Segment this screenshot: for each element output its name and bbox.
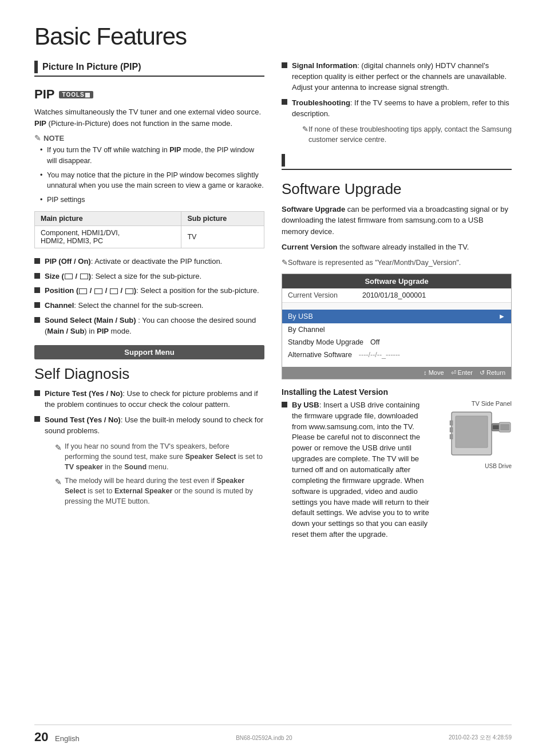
sw-box-spacer: [282, 303, 511, 310]
sw-menu-by-channel[interactable]: By Channel: [282, 323, 511, 336]
right-column: Signal Information: (digital channels on…: [282, 61, 512, 546]
pencil-icon: ✎: [302, 124, 308, 134]
sw-box-title: Software Upgrade: [282, 274, 511, 288]
footer-language: English: [55, 734, 80, 743]
bullet-pip-on-off: PIP (Off / On): Activate or deactivate t…: [34, 256, 264, 267]
pip-table-cell-sub: TV: [181, 225, 264, 248]
bullet-channel: Channel: Select the channel for the sub-…: [34, 300, 264, 311]
bullet-position: Position ( / / / ): Select a position fo…: [34, 286, 264, 296]
bullet-troubleshooting: Troubleshooting: If the TV seems to have…: [282, 97, 512, 148]
install-heading: Installing the Latest Version: [282, 387, 512, 397]
sub-note-text: The melody will be heard during the test…: [65, 476, 264, 506]
tv-diagram: TV Side Panel: [437, 400, 512, 546]
bullet-text: Picture Test (Yes / No): Use to check fo…: [45, 389, 264, 410]
note-item-3: PIP settings: [40, 195, 264, 205]
bullet-text: Channel: Select the channel for the sub-…: [45, 300, 203, 311]
sound-test-text: Sound Test (Yes / No): Use the built-in …: [45, 414, 264, 437]
sound-test-block: Sound Test (Yes / No): Use the built-in …: [45, 414, 264, 510]
pip-label: PIP: [34, 87, 54, 102]
page: Basic Features Picture In Picture (PIP) …: [0, 0, 546, 756]
bullet-square: [34, 258, 40, 264]
install-text: By USB: Insert a USB drive containing th…: [282, 400, 432, 546]
sw-menu-alt-value: ----/--/--_------: [359, 351, 400, 359]
bullet-square: [34, 317, 40, 323]
table-row: Component, HDMI1/DVI,HDMI2, HDMI3, PC TV: [35, 225, 264, 248]
troubleshooting-block: Troubleshooting: If the TV seems to have…: [292, 97, 512, 148]
pip-section-header: Picture In Picture (PIP): [34, 61, 264, 77]
pip-section-title: Picture In Picture (PIP): [42, 62, 141, 72]
pip-table-cell-main: Component, HDMI1/DVI,HDMI2, HDMI3, PC: [35, 225, 181, 248]
note-list: If you turn the TV off while watching in…: [34, 145, 264, 205]
sw-nav-enter: ⏎ Enter: [451, 369, 473, 377]
sw-nav-return: ↺ Return: [480, 369, 505, 377]
two-col-layout: Picture In Picture (PIP) PIP TOOLS▩ Watc…: [34, 61, 512, 546]
by-usb-text: By USB: Insert a USB drive containing th…: [292, 400, 432, 540]
bullet-square: [282, 62, 287, 68]
tools-badge: TOOLS▩: [59, 91, 93, 98]
note-item-2: You may notice that the picture in the P…: [40, 170, 264, 192]
note-item-1: If you turn the TV off while watching in…: [40, 145, 264, 167]
left-column: Picture In Picture (PIP) PIP TOOLS▩ Watc…: [34, 61, 264, 546]
pip-heading: PIP TOOLS▩: [34, 87, 264, 102]
svg-rect-1: [456, 416, 488, 448]
sw-current-value: 2010/01/18_000001: [362, 291, 426, 299]
svg-rect-2: [450, 421, 453, 425]
troubleshooting-note-text: If none of these troubleshooting tips ap…: [308, 124, 512, 145]
footer-left: 20 English: [34, 730, 80, 745]
svg-rect-3: [450, 428, 453, 432]
install-section: By USB: Insert a USB drive containing th…: [282, 400, 512, 546]
bullet-text: Sound Select (Main / Sub) : You can choo…: [45, 315, 264, 337]
sw-menu-standby-value: Off: [370, 338, 379, 346]
pencil-icon: ✎: [282, 258, 288, 268]
support-menu-label: Support Menu: [124, 348, 174, 357]
sw-menu-standby-label: Standby Mode Upgrade: [288, 338, 363, 346]
bullet-picture-test: Picture Test (Yes / No): Use to check fo…: [34, 389, 264, 410]
sw-section-header: [282, 154, 512, 170]
bullet-square: [34, 273, 40, 279]
sw-current-version-text: Current Version the software already ins…: [282, 242, 512, 253]
bullet-square: [34, 287, 40, 293]
footer-right: 2010-02-23 오전 4:28:59: [449, 733, 512, 742]
bullet-by-usb: By USB: Insert a USB drive containing th…: [282, 400, 432, 540]
note-label: ✎ NOTE: [34, 133, 264, 143]
page-title: Basic Features: [34, 23, 512, 50]
troubleshooting-note: ✎ If none of these troubleshooting tips …: [302, 124, 512, 145]
sw-current-label: Current Version: [288, 291, 362, 299]
pip-table: Main picture Sub picture Component, HDMI…: [34, 211, 264, 248]
sub-note-2: ✎ The melody will be heard during the te…: [55, 476, 264, 506]
sw-menu-alt[interactable]: Alternative Software ----/--/--_------: [282, 349, 511, 361]
sub-note-text: If you hear no sound from the TV's speak…: [65, 441, 264, 472]
troubleshooting-text: Troubleshooting: If the TV seems to have…: [292, 97, 512, 120]
sub-note-1: ✎ If you hear no sound from the TV's spe…: [55, 441, 264, 472]
bullet-size: Size ( / ): Select a size for the sub-pi…: [34, 271, 264, 282]
bullet-square: [282, 402, 287, 407]
install-bullet-list: By USB: Insert a USB drive containing th…: [282, 400, 432, 540]
bullet-square: [34, 390, 40, 396]
arrow-right-icon: ►: [498, 312, 505, 320]
svg-rect-8: [500, 424, 509, 430]
sw-upgrade-box: Software Upgrade Current Version 2010/01…: [282, 274, 512, 379]
bullet-text: Position ( / / / ): Select a position fo…: [45, 286, 259, 296]
sw-current-version-row: Current Version 2010/01/18_000001: [282, 288, 511, 303]
self-diagnosis-heading: Self Diagnosis: [34, 365, 264, 383]
tools-label: TOOLS: [62, 92, 84, 98]
bullet-square: [282, 99, 287, 105]
pip-bullet-list: PIP (Off / On): Activate or deactivate t…: [34, 256, 264, 337]
footer: 20 English BN68-02592A.indb 20 2010-02-2…: [34, 725, 512, 745]
footer-page-number: 20: [34, 730, 48, 744]
tv-panel-svg: [449, 409, 512, 461]
right-bullet-list-top: Signal Information: (digital channels on…: [282, 61, 512, 148]
pip-description: Watches simultaneously the TV tuner and …: [34, 106, 264, 129]
bullet-text: PIP (Off / On): Activate or deactivate t…: [45, 256, 222, 267]
support-menu-bar: Support Menu: [34, 345, 264, 359]
note-heading: NOTE: [43, 134, 64, 143]
sw-note-text: Software is represented as "Year/Month/D…: [288, 258, 461, 268]
sw-menu-standby[interactable]: Standby Mode Upgrade Off: [282, 336, 511, 349]
sw-menu-by-usb[interactable]: By USB ►: [282, 310, 511, 323]
bullet-sound-test: Sound Test (Yes / No): Use the built-in …: [34, 414, 264, 510]
bullet-text: Size ( / ): Select a size for the sub-pi…: [45, 271, 201, 282]
bullet-sound-select: Sound Select (Main / Sub) : You can choo…: [34, 315, 264, 337]
footer-file-name: BN68-02592A.indb 20: [236, 735, 292, 741]
sw-menu-alt-label: Alternative Software: [288, 351, 352, 359]
pencil-icon: ✎: [55, 442, 62, 453]
